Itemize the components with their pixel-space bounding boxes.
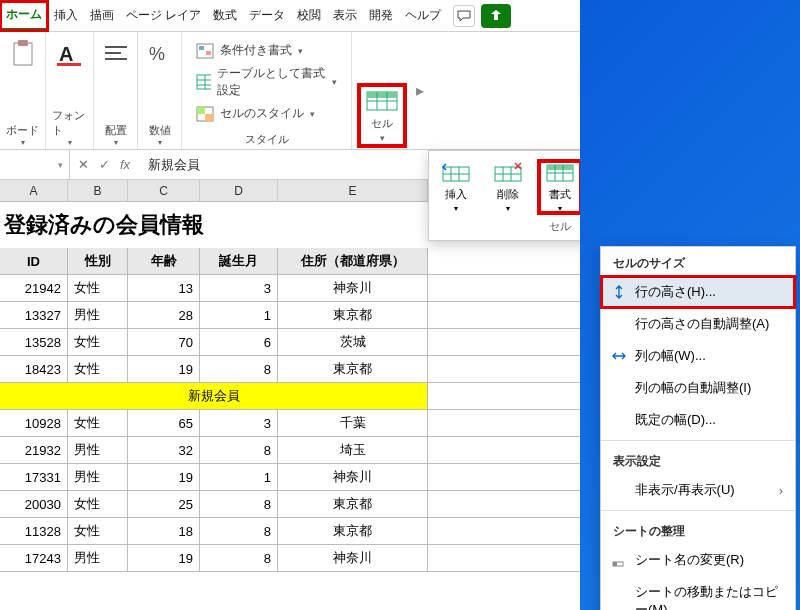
- menu-rename-sheet[interactable]: シート名の変更(R): [601, 544, 795, 576]
- fx-controls[interactable]: ✕ ✓ fx: [70, 157, 138, 172]
- table-row[interactable]: 13327男性281東京都: [0, 302, 580, 329]
- cell[interactable]: 神奈川: [278, 275, 428, 301]
- group-font[interactable]: A フォント ▾: [46, 32, 94, 149]
- cell[interactable]: 18: [128, 518, 200, 544]
- tab-review[interactable]: 校閲: [291, 1, 327, 31]
- tab-home[interactable]: ホーム: [0, 1, 48, 31]
- cell[interactable]: 8: [200, 491, 278, 517]
- group-number[interactable]: % 数値 ▾: [138, 32, 182, 149]
- new-member-row[interactable]: 新規会員: [0, 383, 580, 410]
- conditional-formatting[interactable]: 条件付き書式▾: [196, 42, 337, 59]
- cell[interactable]: 女性: [68, 356, 128, 382]
- cell[interactable]: 東京都: [278, 356, 428, 382]
- cell[interactable]: 17243: [0, 545, 68, 571]
- menu-row-height[interactable]: 行の高さ(H)...: [601, 276, 795, 308]
- cell[interactable]: 女性: [68, 275, 128, 301]
- cell[interactable]: 8: [200, 356, 278, 382]
- cell[interactable]: 13: [128, 275, 200, 301]
- group-clipboard[interactable]: ボード ▾: [0, 32, 46, 149]
- cell[interactable]: 17331: [0, 464, 68, 490]
- formula-value[interactable]: 新規会員: [138, 156, 210, 174]
- delete-cells-button[interactable]: 削除▾: [487, 161, 529, 213]
- cell[interactable]: 3: [200, 275, 278, 301]
- cell[interactable]: 18423: [0, 356, 68, 382]
- cell[interactable]: 8: [200, 545, 278, 571]
- table-row[interactable]: 11328女性188東京都: [0, 518, 580, 545]
- tab-pagelayout[interactable]: ページ レイア: [120, 1, 207, 31]
- cell[interactable]: 1: [200, 302, 278, 328]
- table-row[interactable]: 21942女性133神奈川: [0, 275, 580, 302]
- share-button[interactable]: [481, 4, 511, 28]
- cell[interactable]: 東京都: [278, 302, 428, 328]
- worksheet[interactable]: 登録済みの会員情報 ID 性別 年齢 誕生月 住所（都道府県） 21942女性1…: [0, 202, 580, 572]
- col-B[interactable]: B: [68, 180, 128, 201]
- cell-styles[interactable]: セルのスタイル▾: [196, 105, 337, 122]
- col-A[interactable]: A: [0, 180, 68, 201]
- table-row[interactable]: 17243男性198神奈川: [0, 545, 580, 572]
- tab-formulas[interactable]: 数式: [207, 1, 243, 31]
- format-as-table[interactable]: テーブルとして書式設定▾: [196, 65, 337, 99]
- table-row[interactable]: 13528女性706茨城: [0, 329, 580, 356]
- insert-cells-button[interactable]: 挿入▾: [435, 161, 477, 213]
- cell[interactable]: 神奈川: [278, 545, 428, 571]
- cell[interactable]: 東京都: [278, 518, 428, 544]
- cell[interactable]: 8: [200, 518, 278, 544]
- table-row[interactable]: 20030女性258東京都: [0, 491, 580, 518]
- tab-developer[interactable]: 開発: [363, 1, 399, 31]
- cell[interactable]: 神奈川: [278, 464, 428, 490]
- cell[interactable]: 3: [200, 410, 278, 436]
- menu-autofit-row[interactable]: 行の高さの自動調整(A): [601, 308, 795, 340]
- tab-data[interactable]: データ: [243, 1, 291, 31]
- name-box[interactable]: ▾: [0, 150, 70, 179]
- cancel-icon[interactable]: ✕: [78, 157, 89, 172]
- cell[interactable]: 11328: [0, 518, 68, 544]
- cells-button[interactable]: セル ▾: [358, 84, 406, 147]
- cell[interactable]: 8: [200, 437, 278, 463]
- cell[interactable]: 28: [128, 302, 200, 328]
- cell[interactable]: 男性: [68, 302, 128, 328]
- cell[interactable]: 男性: [68, 545, 128, 571]
- cell[interactable]: 千葉: [278, 410, 428, 436]
- menu-col-width[interactable]: 列の幅(W)...: [601, 340, 795, 372]
- cell[interactable]: 1: [200, 464, 278, 490]
- table-row[interactable]: 10928女性653千葉: [0, 410, 580, 437]
- fx-label[interactable]: fx: [120, 157, 130, 172]
- col-D[interactable]: D: [200, 180, 278, 201]
- cell[interactable]: 20030: [0, 491, 68, 517]
- cell[interactable]: 21932: [0, 437, 68, 463]
- cell[interactable]: 65: [128, 410, 200, 436]
- cell[interactable]: 21942: [0, 275, 68, 301]
- cell[interactable]: 19: [128, 464, 200, 490]
- group-alignment[interactable]: 配置 ▾: [94, 32, 138, 149]
- cell[interactable]: 東京都: [278, 491, 428, 517]
- cell[interactable]: 13528: [0, 329, 68, 355]
- table-row[interactable]: 17331男性191神奈川: [0, 464, 580, 491]
- cell[interactable]: 埼玉: [278, 437, 428, 463]
- menu-hide-unhide[interactable]: 非表示/再表示(U) ›: [601, 474, 795, 506]
- cell[interactable]: 32: [128, 437, 200, 463]
- format-cells-button[interactable]: 書式▾: [539, 161, 581, 213]
- col-C[interactable]: C: [128, 180, 200, 201]
- cell[interactable]: 19: [128, 356, 200, 382]
- cell[interactable]: 6: [200, 329, 278, 355]
- table-row[interactable]: 21932男性328埼玉: [0, 437, 580, 464]
- tab-draw[interactable]: 描画: [84, 1, 120, 31]
- confirm-icon[interactable]: ✓: [99, 157, 110, 172]
- cell[interactable]: 19: [128, 545, 200, 571]
- cell[interactable]: 男性: [68, 464, 128, 490]
- col-E[interactable]: E: [278, 180, 428, 201]
- menu-default-width[interactable]: 既定の幅(D)...: [601, 404, 795, 436]
- tab-help[interactable]: ヘルプ: [399, 1, 447, 31]
- comments-button[interactable]: [453, 5, 475, 27]
- cell[interactable]: 女性: [68, 410, 128, 436]
- cell[interactable]: 70: [128, 329, 200, 355]
- cell[interactable]: 女性: [68, 329, 128, 355]
- cell[interactable]: 女性: [68, 491, 128, 517]
- cell[interactable]: 茨城: [278, 329, 428, 355]
- cell[interactable]: 25: [128, 491, 200, 517]
- menu-autofit-col[interactable]: 列の幅の自動調整(I): [601, 372, 795, 404]
- table-row[interactable]: 18423女性198東京都: [0, 356, 580, 383]
- tab-view[interactable]: 表示: [327, 1, 363, 31]
- tab-insert[interactable]: 挿入: [48, 1, 84, 31]
- cell[interactable]: 13327: [0, 302, 68, 328]
